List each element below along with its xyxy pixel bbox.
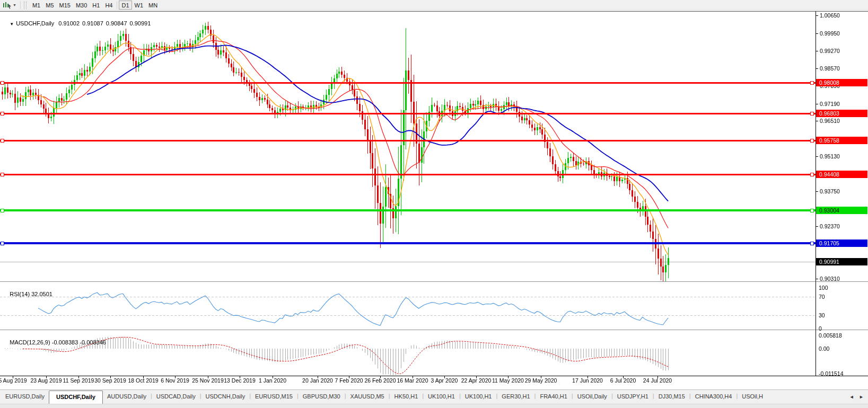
ohlc-open: 0.91002 (58, 20, 80, 26)
chart-tab-uk100-h1[interactable]: UK100,H1 (424, 390, 459, 404)
rsi-value: 32.0501 (31, 291, 52, 297)
price-axis-tick: 0.90310 (820, 276, 840, 282)
timeframe-button-m5[interactable]: M5 (43, 1, 56, 10)
date-axis-label: 26 Feb 2020 (365, 377, 396, 384)
date-axis-label: 6 Jul 2020 (610, 377, 636, 384)
toolbar-separator (117, 1, 117, 9)
chart-tab-china300-h4[interactable]: CHINA300,H4 (691, 390, 737, 404)
chart-tab-usdcnh-daily[interactable]: USDCNH,Daily (201, 390, 250, 404)
date-axis-label: 11 Sep 2019 (63, 377, 94, 384)
date-axis-label: 18 Oct 2019 (128, 377, 158, 384)
chart-tab-audusd-daily[interactable]: AUDUSD,Daily (103, 390, 151, 404)
chart-tab-fra40-h1[interactable]: FRA40,H1 (536, 390, 571, 404)
rsi-indicator-label: RSI(14) 32.0501 (3, 285, 52, 304)
timeframe-button-h4[interactable]: H4 (102, 1, 115, 10)
macd-scale-0.005818: 0.005818 (819, 332, 842, 339)
price-level-label-0.95758: 0.95758 (816, 137, 867, 144)
tab-scroll-right-icon[interactable]: ► (859, 394, 864, 400)
rsi-scale-70: 70 (819, 294, 825, 300)
price-level-label-0.91705: 0.91705 (816, 240, 867, 247)
date-axis-label: 5 Aug 2019 (0, 377, 27, 384)
chart-tab-usdjpy-h1[interactable]: USDJPY,H1 (613, 390, 653, 404)
chart-tab-dj30-m15[interactable]: DJ30,M15 (654, 390, 689, 404)
date-axis-label: 30 Sep 2019 (94, 377, 126, 384)
chart-symbol: USDCHF,Daily (16, 20, 54, 26)
chart-cursor-icon[interactable] (2, 2, 12, 9)
price-axis-tick: 0.95130 (820, 153, 840, 159)
ohlc-low: 0.90847 (106, 20, 127, 26)
rsi-name: RSI(14) (10, 291, 30, 297)
price-axis-tick: 0.97190 (820, 101, 840, 107)
date-axis-label: 23 Aug 2019 (31, 377, 62, 384)
chevron-down-icon[interactable]: ▼ (13, 3, 16, 7)
date-axis-label: 1 Jan 2020 (259, 377, 286, 384)
ohlc-close: 0.90991 (130, 20, 151, 26)
macd-indicator-label: MACD(12,26,9) -0.008383 -0.008346 (3, 333, 106, 352)
price-axis-tick: 0.92370 (820, 223, 840, 229)
timeframe-button-mn[interactable]: MN (146, 1, 160, 10)
timeframe-button-m15[interactable]: M15 (57, 1, 73, 10)
date-axis-label: 3 Apr 2020 (431, 377, 458, 384)
date-axis-label: 17 Jun 2020 (572, 377, 603, 384)
toolbar-grip[interactable] (24, 2, 27, 9)
chart-tab-ger30-h1[interactable]: GER30,H1 (497, 390, 534, 404)
price-axis-tick: 1.00650 (820, 12, 840, 19)
date-axis-label: 25 Nov 2019 (192, 377, 224, 384)
chart-tab-usoil-daily[interactable]: USOil,Daily (573, 390, 611, 404)
price-axis-tick: 0.93750 (820, 188, 840, 194)
collapse-triangle-icon[interactable]: ▼ (10, 22, 14, 26)
timeframe-toolbar: ▼ M1M5M15M30H1H4D1W1MN (0, 0, 868, 11)
chart-tab-usdchf-daily[interactable]: USDCHF,Daily (49, 391, 103, 404)
timeframe-button-w1[interactable]: W1 (132, 1, 146, 10)
rsi-scale-30: 30 (819, 312, 825, 318)
status-strip (0, 404, 868, 408)
timeframe-button-h1[interactable]: H1 (90, 1, 102, 10)
macd-scale-0.00: 0.00 (819, 345, 829, 352)
chart-tab-eurusd-daily[interactable]: EURUSD,Daily (1, 390, 49, 404)
macd-scale--0.011514: -0.011514 (819, 370, 844, 377)
timeframe-button-m1[interactable]: M1 (30, 1, 43, 10)
price-axis-tick: 0.99950 (820, 30, 840, 37)
ohlc-high: 0.91087 (82, 20, 103, 26)
macd-name: MACD(12,26,9) (10, 339, 50, 345)
rsi-scale-100: 100 (819, 285, 828, 291)
chart-tab-hk50-h1[interactable]: HK50,H1 (390, 390, 423, 404)
tab-scroll-arrows: ◄ ► (846, 394, 864, 400)
chart-tab-bar: EURUSD,DailyUSDCHF,DailyAUDUSD,Daily|USD… (0, 389, 868, 404)
price-axis-tick: 0.99270 (820, 48, 840, 54)
current-price-label: 0.90991 (816, 258, 867, 265)
chart-tab-eurusd-m15[interactable]: EURUSD,M15 (251, 390, 297, 404)
date-axis-label: 20 Jan 2020 (302, 377, 333, 384)
price-axis-tick: 0.96510 (820, 118, 840, 124)
tab-scroll-left-icon[interactable]: ◄ (849, 394, 854, 400)
price-axis-tick: 0.98570 (820, 65, 840, 72)
price-chart-canvas[interactable] (0, 11, 868, 389)
timeframe-button-d1[interactable]: D1 (119, 1, 131, 10)
price-level-label-0.94408: 0.94408 (816, 171, 867, 178)
mt4-terminal: { "toolbar": { "dropdown_icon": "▼", "ti… (0, 0, 868, 408)
date-axis-label: 29 May 2020 (525, 377, 557, 384)
chart-tab-gbpusd-m30[interactable]: GBPUSD,M30 (299, 390, 345, 404)
date-axis-label: 16 Mar 2020 (397, 377, 428, 384)
macd-values: -0.008383 -0.008346 (52, 339, 106, 345)
chart-tab-usoil-h[interactable]: USOil,H (738, 390, 767, 404)
toolbar-separator (20, 1, 21, 9)
price-level-label-0.98008: 0.98008 (816, 79, 867, 86)
timeframe-button-m30[interactable]: M30 (73, 1, 90, 10)
date-axis-label: 11 May 2020 (492, 377, 524, 384)
chart-window: ▼USDCHF,Daily0.910020.910870.908470.9099… (0, 11, 868, 389)
chart-title: ▼USDCHF,Daily0.910020.910870.908470.9099… (3, 14, 153, 33)
chart-tab-xauusd-m5[interactable]: XAUUSD,M5 (346, 390, 389, 404)
date-axis-label: 13 Dec 2019 (224, 377, 256, 384)
price-level-label-0.96803: 0.96803 (816, 110, 867, 117)
date-axis-label: 22 Apr 2020 (461, 377, 492, 384)
chart-tab-usdcad-daily[interactable]: USDCAD,Daily (152, 390, 200, 404)
price-level-label-0.93004: 0.93004 (816, 207, 867, 214)
chart-tab-uk100-h1[interactable]: UK100,H1 (461, 390, 496, 404)
date-axis-label: 7 Feb 2020 (335, 377, 363, 384)
date-axis-label: 6 Nov 2019 (161, 377, 189, 384)
rsi-scale-0: 0 (819, 325, 822, 332)
date-axis-label: 24 Jul 2020 (643, 377, 672, 384)
